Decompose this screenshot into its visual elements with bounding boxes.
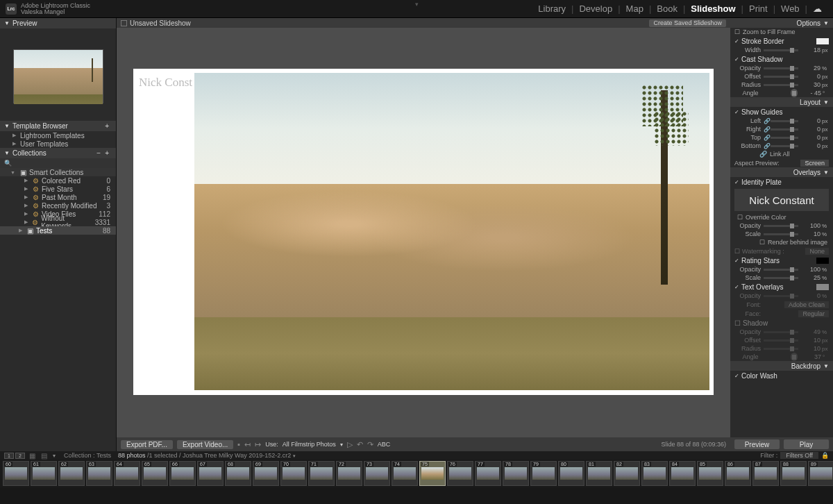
filmstrip-thumb[interactable]: 72 xyxy=(336,461,362,486)
panel-grip-icon[interactable]: ▾ xyxy=(415,1,419,8)
rating-color-swatch[interactable] xyxy=(816,258,829,264)
collections-plus-icon[interactable]: + xyxy=(105,149,109,157)
color-wash-checkbox[interactable]: ✓Color Wash xyxy=(730,371,833,380)
filmstrip-thumb[interactable]: 80 xyxy=(558,461,584,486)
rs-opacity-slider[interactable] xyxy=(764,269,798,271)
filmstrip-thumb[interactable]: 86 xyxy=(725,461,751,486)
link-all-checkbox[interactable]: 🔗Link All xyxy=(730,150,833,158)
id-scale-slider[interactable] xyxy=(764,233,798,235)
shadow-radius-slider[interactable] xyxy=(764,84,798,86)
guide-top-slider[interactable] xyxy=(771,137,798,139)
prev-icon[interactable]: ↤ xyxy=(244,440,251,449)
filmstrip-thumb[interactable]: 89 xyxy=(808,461,833,486)
show-guides-checkbox[interactable]: ✓Show Guides xyxy=(730,107,833,117)
filmstrip-thumb[interactable]: 65 xyxy=(142,461,168,486)
next-icon[interactable]: ↦ xyxy=(255,440,261,449)
grid-view-icon[interactable]: ▦ xyxy=(29,452,35,460)
filmstrip-thumb[interactable]: 83 xyxy=(641,461,668,486)
rating-stars-checkbox[interactable]: ✓Rating Stars xyxy=(730,255,833,265)
filmstrip-thumb[interactable]: 88 xyxy=(780,461,807,486)
filmstrip-thumb[interactable]: 66 xyxy=(169,461,196,486)
rotate-ccw-icon[interactable]: ↶ xyxy=(357,440,363,449)
filmstrip-thumb[interactable]: 85 xyxy=(697,461,723,486)
play-icon[interactable]: ▷ xyxy=(347,440,353,449)
stop-icon[interactable]: ▪ xyxy=(237,440,240,448)
cast-shadow-checkbox[interactable]: ✓Cast Shadow xyxy=(730,54,833,64)
abc-button[interactable]: ABC xyxy=(378,441,391,448)
module-map[interactable]: Map xyxy=(621,3,649,14)
aspect-preview-dropdown[interactable]: Screen xyxy=(800,160,829,167)
smart-five-stars[interactable]: ▶⚙Five Stars6 xyxy=(0,185,116,193)
filmstrip-thumb[interactable]: 87 xyxy=(752,461,779,486)
module-book[interactable]: Book xyxy=(651,3,683,14)
preview-button[interactable]: Preview xyxy=(734,439,780,449)
smart-without-keywords[interactable]: ▶⚙Without Keywords3331 xyxy=(0,218,116,226)
filmstrip-thumb[interactable]: 76 xyxy=(447,461,473,486)
filmstrip-thumb[interactable]: 62 xyxy=(58,461,85,486)
smart-colored-red[interactable]: ▶⚙Colored Red0 xyxy=(0,176,116,185)
watermarking-row[interactable]: ☐Watermarking :None xyxy=(730,246,833,255)
identity-plate-overlay[interactable]: Nick Const xyxy=(139,76,192,90)
backdrop-header[interactable]: Backdrop▼ xyxy=(730,361,833,371)
stroke-width-slider[interactable] xyxy=(764,49,798,51)
filmstrip-thumb[interactable]: 61 xyxy=(31,461,57,486)
guide-right-slider[interactable] xyxy=(771,128,798,131)
filmstrip-thumb[interactable]: 82 xyxy=(614,461,640,486)
filmstrip-thumb[interactable]: 63 xyxy=(86,461,112,486)
smart-past-month[interactable]: ▶⚙Past Month19 xyxy=(0,193,116,201)
collection-tests[interactable]: ▶▣Tests88 xyxy=(0,226,116,235)
zoom-to-fill-checkbox[interactable]: ☐Zoom to Fill Frame xyxy=(730,28,833,36)
overlays-header[interactable]: Overlays▼ xyxy=(730,167,833,177)
collections-header[interactable]: ▼ Collections − + xyxy=(0,148,116,158)
render-behind-checkbox[interactable]: ☐Render behind image xyxy=(730,238,833,246)
smart-collections-folder[interactable]: ▼▣ Smart Collections xyxy=(0,168,116,176)
filmstrip-thumb[interactable]: 64 xyxy=(114,461,140,486)
text-overlays-checkbox[interactable]: ✓Text Overlays xyxy=(730,282,833,292)
filmstrip-thumb[interactable]: 75 xyxy=(419,461,446,486)
export-pdf-button[interactable]: Export PDF... xyxy=(121,440,173,449)
preview-header[interactable]: ▼ Preview xyxy=(0,18,116,28)
breadcrumb[interactable]: Collection : Tests 88 photos /1 selected… xyxy=(64,452,296,459)
collections-minus-icon[interactable]: − xyxy=(96,149,101,157)
filter-lock-icon[interactable]: 🔒 xyxy=(821,452,829,459)
module-develop[interactable]: Develop xyxy=(573,3,618,14)
filmstrip-thumb[interactable]: 71 xyxy=(308,461,335,486)
shadow-offset-slider[interactable] xyxy=(764,76,798,78)
smart-recently-modified[interactable]: ▶⚙Recently Modified3 xyxy=(0,201,116,210)
filmstrip-thumb[interactable]: 67 xyxy=(197,461,224,486)
add-template-icon[interactable]: + xyxy=(105,122,109,130)
filmstrip-thumb[interactable]: 81 xyxy=(586,461,612,486)
identity-plate-preview[interactable]: Nick Constant xyxy=(734,189,829,211)
guide-left-slider[interactable] xyxy=(771,120,798,122)
layout-header[interactable]: Layout▼ xyxy=(730,97,833,107)
play-button[interactable]: Play xyxy=(784,439,829,449)
filmstrip-thumb[interactable]: 74 xyxy=(392,461,418,486)
text-overlay-swatch[interactable] xyxy=(816,284,829,290)
monitor-1-toggle[interactable]: 1 xyxy=(4,453,14,459)
filter-dropdown[interactable]: Filters Off xyxy=(780,452,818,459)
filmstrip-thumb[interactable]: 79 xyxy=(530,461,557,486)
use-dropdown[interactable]: All Filmstrip Photos xyxy=(283,441,336,448)
grid-view-icon-2[interactable]: ▤ xyxy=(41,452,47,460)
options-header[interactable]: Options▼ xyxy=(730,18,833,28)
export-video-button[interactable]: Export Video... xyxy=(177,440,233,449)
rs-scale-slider[interactable] xyxy=(764,277,798,279)
module-web[interactable]: Web xyxy=(775,3,805,14)
slide-frame[interactable]: Nick Const ⊡ xyxy=(133,69,714,395)
module-slideshow[interactable]: Slideshow xyxy=(685,3,741,14)
identity-plate-checkbox[interactable]: ✓Identity Plate xyxy=(730,177,833,187)
to-shadow-checkbox[interactable]: ☐Shadow xyxy=(730,318,833,328)
preview-thumbnail[interactable] xyxy=(13,49,103,103)
id-opacity-slider[interactable] xyxy=(764,225,798,227)
rotate-cw-icon[interactable]: ↷ xyxy=(367,440,373,449)
face-dropdown[interactable]: Regular xyxy=(798,310,829,317)
font-dropdown[interactable]: Adobe Clean xyxy=(784,301,829,308)
template-user[interactable]: ▶User Templates xyxy=(0,140,116,148)
collections-search[interactable]: 🔍 xyxy=(0,158,116,168)
monitor-2-toggle[interactable]: 2 xyxy=(15,453,25,459)
module-library[interactable]: Library xyxy=(532,3,571,14)
template-browser-header[interactable]: ▼ Template Browser + xyxy=(0,121,116,131)
create-saved-slideshow-button[interactable]: Create Saved Slideshow xyxy=(649,19,726,27)
filmstrip-thumb[interactable]: 78 xyxy=(503,461,529,486)
shadow-opacity-slider[interactable] xyxy=(764,67,798,69)
